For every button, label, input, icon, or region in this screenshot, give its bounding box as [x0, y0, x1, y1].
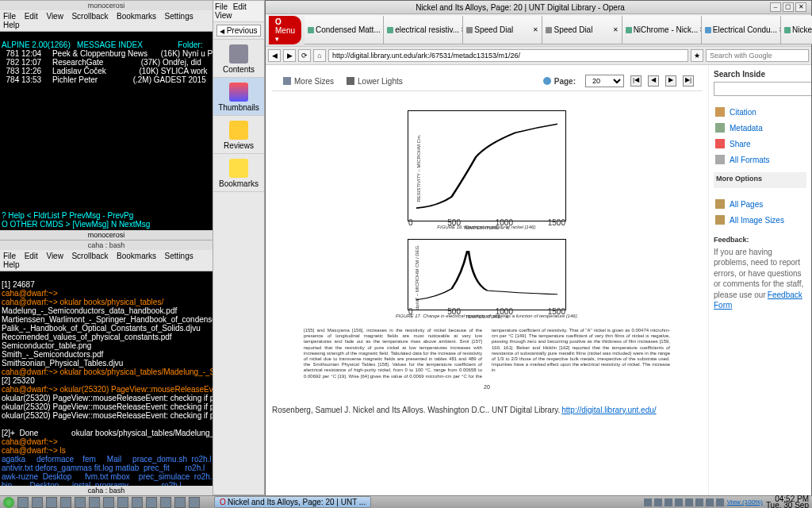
page-label: Page:	[540, 75, 579, 87]
sidebar-item-all-pages[interactable]: All Pages	[714, 196, 806, 212]
taskbar-app-icon[interactable]	[160, 497, 171, 508]
taskbar-app-icon[interactable]	[146, 497, 157, 508]
menu-help[interactable]: Help	[3, 21, 20, 29]
clock[interactable]: 04:52 PM Tue, 30 Sep	[766, 496, 809, 509]
taskbar-app-icon[interactable]	[17, 497, 29, 508]
menu-edit[interactable]: Edit	[233, 2, 247, 11]
taskbar-app-icon[interactable]	[89, 497, 100, 508]
tray-icon[interactable]	[665, 498, 672, 506]
term-tab-label[interactable]: monocerosi	[0, 230, 213, 240]
start-button[interactable]	[3, 497, 14, 508]
terminal-body[interactable]: ALPINE 2.00(1266) MESSAGE INDEX Folder: …	[0, 32, 213, 94]
terminal-top-window: monocerosi File Edit View Scrollback Boo…	[0, 0, 213, 240]
search-input[interactable]	[706, 49, 809, 62]
menu-settings[interactable]: Settings	[165, 252, 193, 260]
tab-reviews[interactable]: Reviews	[213, 116, 264, 154]
close-tab-icon[interactable]: ✕	[613, 26, 619, 33]
previous-button[interactable]: ◀ Previous	[216, 25, 260, 37]
browser-tab[interactable]: NiChrome - Nick...✕	[622, 16, 702, 44]
view-zoom[interactable]: View (100%)	[727, 498, 763, 506]
sidebar-item-formats[interactable]: All Formats	[714, 152, 806, 167]
first-page-button[interactable]: |◀	[630, 75, 642, 87]
browser-tab[interactable]: Speed Dial✕	[542, 16, 622, 44]
browser-tab[interactable]: Nickel and Its All...✕	[781, 16, 812, 44]
taskbar-app-icon[interactable]	[103, 497, 114, 508]
menu-bookmarks[interactable]: Bookmarks	[117, 252, 156, 260]
close-tab-icon[interactable]: ✕	[533, 26, 538, 33]
tab-contents[interactable]: Contents	[213, 40, 264, 78]
tab-bookmarks[interactable]: Bookmarks	[213, 154, 264, 192]
chart-curve	[416, 247, 557, 302]
opera-menu-button[interactable]: O Menu ▾	[269, 16, 301, 44]
sidebar-item-citation[interactable]: Citation	[714, 104, 806, 120]
menu-settings[interactable]: Settings	[165, 12, 193, 21]
menu-view[interactable]: View	[46, 12, 63, 21]
taskbar-app-icon[interactable]	[132, 497, 143, 508]
forward-button[interactable]: ▶	[283, 49, 296, 62]
menu-view[interactable]: View	[46, 252, 63, 260]
sidebar-item-image-sizes[interactable]: All Image Sizes	[714, 212, 806, 228]
minimize-button[interactable]: –	[770, 2, 781, 12]
page-number: 20	[304, 384, 670, 390]
browser-tab[interactable]: electrical resistiv...✕	[384, 16, 463, 44]
lower-lights-button[interactable]: Lower Lights	[343, 75, 406, 87]
menu-scrollback[interactable]: Scrollback	[71, 252, 108, 260]
tray-icon[interactable]	[706, 498, 714, 506]
search-inside-input[interactable]	[714, 82, 811, 96]
home-button[interactable]: ⌂	[313, 49, 326, 62]
alpine-other-line: O OTHER CMDS > [ViewMsg] N NextMsg	[2, 220, 211, 229]
tray-icon[interactable]	[644, 498, 652, 506]
tab-thumbnails[interactable]: Thumbnails	[213, 78, 264, 116]
terminal-body[interactable]: [1] 24687 caha@dwarf:~> caha@dwarf:~> ok…	[0, 271, 213, 508]
tray-icon[interactable]	[654, 498, 662, 506]
msg-row[interactable]: 784 13:53 Pichler Peter (.2M) GADEST 201…	[2, 75, 206, 84]
window-title: Nickel and Its Alloys, Page: 20 | UNT Di…	[270, 3, 770, 12]
prev-page-button[interactable]: ◀	[648, 75, 659, 87]
browser-tab[interactable]: Speed Dial✕	[463, 16, 542, 44]
next-page-button[interactable]: ▶	[665, 75, 676, 87]
tray-icon[interactable]	[716, 498, 724, 506]
last-page-button[interactable]: ▶|	[683, 75, 694, 87]
back-button[interactable]: ◀	[268, 49, 281, 62]
menu-help[interactable]: Help	[3, 260, 20, 269]
menu-file[interactable]: File	[3, 12, 16, 21]
term-line: Smithsonian_Physical_Tables.djvu	[2, 359, 123, 368]
sidebar-item-share[interactable]: Share	[714, 136, 806, 152]
term-tab-label[interactable]: caha : bash	[0, 486, 213, 495]
citation-link[interactable]: http://digital.library.unt.edu/	[561, 406, 656, 414]
taskbar-app-icon[interactable]	[60, 497, 71, 508]
msg-row[interactable]: 782 12:07 ResearchGate (37K) Ondřej, did	[2, 58, 201, 67]
more-sizes-button[interactable]: More Sizes	[280, 75, 337, 87]
sidebar-item-metadata[interactable]: Metadata	[714, 120, 806, 136]
formats-icon	[715, 155, 725, 164]
maximize-button[interactable]: ▢	[783, 2, 794, 12]
menu-edit[interactable]: Edit	[25, 12, 38, 21]
menu-scrollback[interactable]: Scrollback	[71, 12, 108, 21]
tray-icon[interactable]	[675, 498, 683, 506]
taskbar-app-icon[interactable]	[46, 497, 57, 508]
taskbar-app-icon[interactable]	[75, 497, 86, 508]
taskbar-app-icon[interactable]	[189, 497, 200, 508]
taskbar-app-icon[interactable]	[117, 497, 128, 508]
menu-edit[interactable]: Edit	[25, 252, 38, 260]
msg-row[interactable]: 781 12:04 Peek & Cloppenburg News (16K) …	[2, 49, 213, 58]
taskbar-task-opera[interactable]: O Nickel and Its Alloys, Page: 20 | UNT …	[214, 496, 371, 508]
bookmark-star-icon[interactable]: ★	[691, 49, 703, 62]
taskbar-app-icon[interactable]	[174, 497, 186, 508]
url-input[interactable]	[328, 49, 688, 62]
msg-row[interactable]: 783 12:26 Ladislav Čoček (10K) SYLICA wo…	[2, 67, 208, 75]
browser-tab[interactable]: Condensed Matt...✕	[304, 16, 384, 44]
close-button[interactable]: ✕	[795, 2, 806, 12]
menu-bookmarks[interactable]: Bookmarks	[117, 12, 156, 21]
page-select[interactable]: 20	[585, 75, 624, 87]
browser-tab[interactable]: Electrical Condu...✕	[702, 16, 781, 44]
taskbar-app-icon[interactable]	[32, 497, 43, 508]
tray-icon[interactable]	[695, 498, 703, 506]
favicon-icon	[308, 27, 314, 33]
reload-button[interactable]: ⟳	[298, 49, 311, 62]
prompt: caha@dwarf:~> okular books/physical_tabl…	[2, 368, 213, 376]
menu-file[interactable]: File	[215, 2, 228, 11]
menu-file[interactable]: File	[3, 252, 16, 260]
menu-view[interactable]: View	[215, 11, 232, 20]
tray-icon[interactable]	[685, 498, 693, 506]
